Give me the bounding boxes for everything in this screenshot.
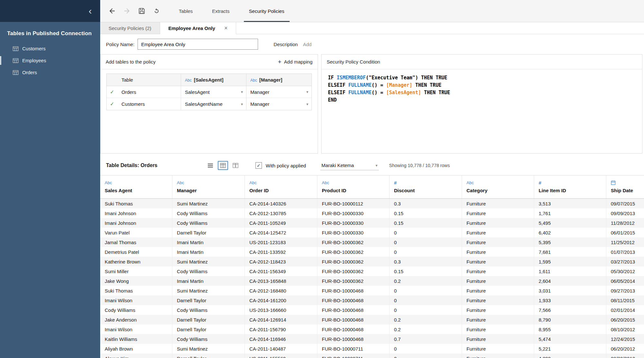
grid-cell: Imani Wilson xyxy=(100,295,172,305)
grid-cell: CA-2014-140326 xyxy=(245,199,317,208)
row-valid-indicator: ✓ xyxy=(107,86,118,98)
code-line: END xyxy=(328,96,636,104)
column-mapping-dropdown[interactable]: SalesAgentName▾ xyxy=(181,98,246,110)
grid-cell: Kaitlin Williams xyxy=(100,334,172,344)
grid-cell: Imani Martin xyxy=(172,276,245,286)
grid-cell: 7,566 xyxy=(534,305,606,315)
abc-icon: Abc xyxy=(322,180,329,185)
grid-cell: 2,604 xyxy=(534,276,606,286)
grid-cell: FUR-BO-10000468 xyxy=(317,286,389,295)
grid-cell: 12/24/2015 xyxy=(606,334,644,344)
forward-button[interactable] xyxy=(121,5,133,17)
policy-name-input[interactable] xyxy=(138,39,258,50)
grid-cell: Jake Anderson xyxy=(100,315,172,324)
grid-cell: Varun Patel xyxy=(100,228,172,237)
grid-cell: FUR-BO-10000362 xyxy=(317,276,389,286)
grid-cell: 09/07/2015 xyxy=(606,199,644,208)
table-row: Alexus KimDarnell TaylorUS-2011-155569FU… xyxy=(100,353,644,358)
nav-tab-security-policies[interactable]: Security Policies xyxy=(239,0,294,22)
grid-column-header-order-id[interactable]: AbcOrder ID xyxy=(245,175,317,198)
back-button[interactable] xyxy=(106,5,118,17)
nav-tab-tables[interactable]: Tables xyxy=(169,0,202,22)
mapping-header-table: Table xyxy=(118,74,181,86)
chevron-down-icon: ▾ xyxy=(241,90,243,94)
code-token: [SalesAgent] xyxy=(386,90,421,95)
mapping-header-field: [Manager] xyxy=(259,77,283,83)
code-token: IF xyxy=(328,75,337,81)
grid-column-header-discount[interactable]: #Discount xyxy=(389,175,462,198)
column-mapping-dropdown[interactable]: SalesAgent▾ xyxy=(181,86,246,98)
grid-cell: FUR-BO-10000112 xyxy=(317,199,389,208)
grid-cell: Furniture xyxy=(462,353,534,358)
close-icon[interactable]: × xyxy=(224,25,228,31)
main-area: TablesExtractsSecurity Policies Security… xyxy=(100,0,644,358)
policy-tab-employee-area-only[interactable]: Employee Area Only× xyxy=(160,22,236,34)
sidebar-item-orders[interactable]: Orders xyxy=(0,66,100,78)
grid-column-header-ship-date[interactable]: Ship Date xyxy=(606,175,644,198)
code-token: ELSEIF xyxy=(328,82,348,88)
grid-cell: Suki Thomas xyxy=(100,199,172,208)
datatype-icon-wrap: Abc xyxy=(322,179,389,186)
card-view-icon xyxy=(233,163,238,168)
grid-cell: Furniture xyxy=(462,286,534,295)
mapping-table-header: Table Abc[SalesAgent] Abc[Manager] xyxy=(107,74,312,86)
dropdown-value: Manager xyxy=(250,101,269,107)
grid-cell: Furniture xyxy=(462,344,534,353)
policy-tab-security-policies-2[interactable]: Security Policies (2) xyxy=(100,22,160,34)
grid-cell: 0.2 xyxy=(389,315,462,324)
collapse-sidebar-icon[interactable]: ‹ xyxy=(89,6,92,16)
grid-cell: 0.2 xyxy=(389,324,462,334)
refresh-button[interactable] xyxy=(150,5,163,17)
grid-view-button[interactable] xyxy=(218,161,228,170)
chevron-down-icon: ▾ xyxy=(306,102,308,106)
abc-icon: Abc xyxy=(105,180,112,185)
grid-column-header-category[interactable]: AbcCategory xyxy=(462,175,534,198)
grid-column-header-line-item-id[interactable]: #Line Item ID xyxy=(534,175,606,198)
column-mapping-dropdown[interactable]: Manager▾ xyxy=(246,86,312,98)
toolbar-icon-group xyxy=(100,0,167,22)
grid-cell: 0.7 xyxy=(389,334,462,344)
grid-cell: CA-2011-105249 xyxy=(245,218,317,228)
mapping-header-manager: Abc[Manager] xyxy=(246,74,312,86)
description-add-link[interactable]: Add xyxy=(303,42,312,47)
table-icon xyxy=(13,70,18,75)
calendar-icon xyxy=(611,180,616,185)
grid-cell: FUR-BO-10000468 xyxy=(317,305,389,315)
user-dropdown[interactable]: Maraki Ketema ▾ xyxy=(320,161,379,170)
grid-cell: US-2013-166660 xyxy=(245,305,317,315)
grid-cell: Aliyah Brown xyxy=(100,344,172,353)
with-policy-label: With policy applied xyxy=(266,163,306,168)
grid-cell: CA-2011-156790 xyxy=(245,324,317,334)
code-token: ISMEMBEROF xyxy=(337,75,366,81)
sidebar-item-label: Employees xyxy=(22,58,46,63)
grid-column-header-manager[interactable]: AbcManager xyxy=(172,175,245,198)
card-view-button[interactable] xyxy=(230,161,241,170)
column-mapping-dropdown[interactable]: Manager▾ xyxy=(246,98,312,110)
policy-tab-label: Employee Area Only xyxy=(168,25,215,31)
grid-cell: Jake Wong xyxy=(100,276,172,286)
condition-panel-header: Security Policy Condition xyxy=(322,55,642,69)
sidebar-item-employees[interactable]: Employees xyxy=(0,55,100,66)
table-row: Imani WilsonDarnell TaylorCA-2014-161200… xyxy=(100,295,644,305)
grid-rows: Suki ThomasSumi MartinezCA-2014-140326FU… xyxy=(100,199,644,358)
table-row: Cody WilliamsCody WilliamsUS-2013-166660… xyxy=(100,305,644,315)
grid-column-label: Order ID xyxy=(249,188,317,193)
table-details-title: Table Details: Orders xyxy=(106,163,158,168)
grid-column-header-product-id[interactable]: AbcProduct ID xyxy=(317,175,389,198)
mapping-panel: Add tables to the policy + Add mapping T… xyxy=(100,54,318,154)
grid-cell: FUR-BO-10000362 xyxy=(317,257,389,266)
nav-tab-extracts[interactable]: Extracts xyxy=(202,0,239,22)
save-button[interactable] xyxy=(136,5,148,17)
grid-cell: 09/27/2013 xyxy=(606,286,644,295)
policy-condition-code[interactable]: IF ISMEMBEROF("Executive Team") THEN TRU… xyxy=(322,69,642,153)
grid-cell: Darnell Taylor xyxy=(172,295,245,305)
add-mapping-button[interactable]: + Add mapping xyxy=(278,59,312,65)
grid-cell: CA-2014-161200 xyxy=(245,295,317,305)
sidebar-item-customers[interactable]: Customers xyxy=(0,43,100,55)
grid-cell: 8,790 xyxy=(534,315,606,324)
mapping-table-name: Customers xyxy=(118,98,181,110)
table-icon xyxy=(13,58,18,63)
grid-column-header-sales-agent[interactable]: AbcSales Agent xyxy=(100,175,172,198)
with-policy-checkbox[interactable]: ✓ xyxy=(255,162,262,169)
list-view-button[interactable] xyxy=(205,161,216,170)
